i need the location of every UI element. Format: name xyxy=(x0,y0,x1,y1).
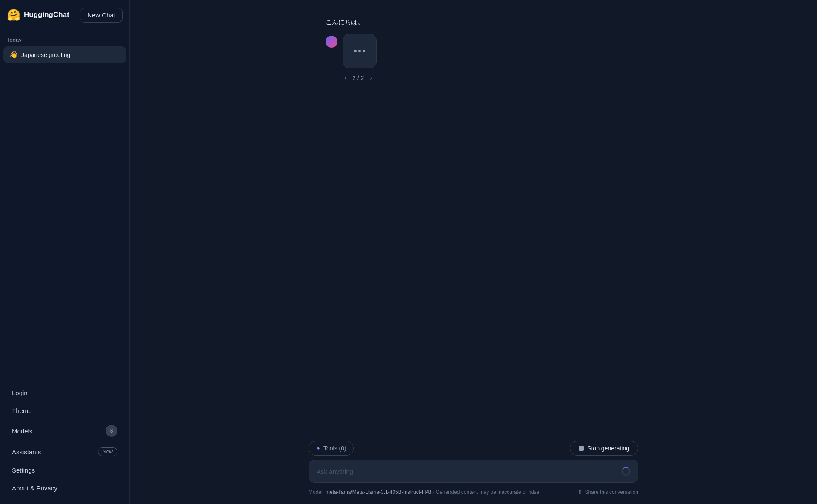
brand-name: HuggingChat xyxy=(24,11,69,19)
message-group: こんにちは。 ‹ 2 / 2 › xyxy=(326,17,621,83)
model-prefix: Model: xyxy=(309,489,324,495)
sidebar-item-settings[interactable]: Settings xyxy=(3,461,126,479)
share-icon: ⬆ xyxy=(577,489,583,495)
tools-button[interactable]: ✦ Tools (0) xyxy=(309,441,354,456)
share-label: Share this conversation xyxy=(585,489,638,495)
chat-item-label: Japanese greeting xyxy=(21,51,70,58)
brand: 🤗 HuggingChat xyxy=(7,9,69,22)
sidebar-item-assistants[interactable]: Assistants New xyxy=(3,442,126,461)
sidebar-item-about-privacy-label: About & Privacy xyxy=(12,484,57,492)
sidebar-item-theme[interactable]: Theme xyxy=(3,402,126,419)
loading-spinner xyxy=(622,467,630,476)
dot-3 xyxy=(363,50,365,52)
sidebar-item-models-label: Models xyxy=(12,427,32,435)
prev-page-arrow[interactable]: ‹ xyxy=(343,73,348,83)
sidebar-item-settings-label: Settings xyxy=(12,467,35,474)
assistants-badge: New xyxy=(98,447,117,456)
assistant-avatar xyxy=(326,36,337,48)
response-content: ‹ 2 / 2 › xyxy=(343,34,377,83)
dot-1 xyxy=(354,50,357,52)
stop-label: Stop generating xyxy=(587,445,629,452)
dot-2 xyxy=(358,50,361,52)
sidebar: 🤗 HuggingChat New Chat Today 👋 Japanese … xyxy=(0,0,130,504)
page-indicator: 2 / 2 xyxy=(352,74,364,81)
next-page-arrow[interactable]: › xyxy=(369,73,374,83)
models-badge: 8 xyxy=(106,425,117,437)
sidebar-item-theme-label: Theme xyxy=(12,407,32,414)
new-chat-button[interactable]: New Chat xyxy=(80,8,123,23)
sidebar-item-login-label: Login xyxy=(12,389,28,396)
main-content: こんにちは。 ‹ 2 / 2 › xyxy=(130,0,817,504)
chat-emoji: 👋 xyxy=(9,51,18,59)
stop-icon xyxy=(579,446,584,451)
dots-icon xyxy=(354,50,365,52)
model-name[interactable]: meta-llama/Meta-Llama-3.1-405B-Instruct-… xyxy=(326,489,431,495)
sidebar-item-assistants-label: Assistants xyxy=(12,448,41,456)
sidebar-item-login[interactable]: Login xyxy=(3,384,126,401)
today-label: Today xyxy=(0,30,129,46)
brand-emoji: 🤗 xyxy=(7,9,20,22)
footer-disclaimer: · Generated content may be inaccurate or… xyxy=(433,489,540,495)
chat-area: こんにちは。 ‹ 2 / 2 › xyxy=(130,0,817,438)
sidebar-item-about-privacy[interactable]: About & Privacy xyxy=(3,479,126,497)
sparkle-icon: ✦ xyxy=(316,445,321,452)
pagination: ‹ 2 / 2 › xyxy=(343,73,377,83)
input-box[interactable] xyxy=(309,460,638,483)
sidebar-divider xyxy=(7,380,123,380)
chat-item-japanese-greeting[interactable]: 👋 Japanese greeting xyxy=(3,46,126,63)
response-card xyxy=(343,34,377,68)
input-area: ✦ Tools (0) Stop generating Model: meta-… xyxy=(130,438,817,504)
input-toolbar: ✦ Tools (0) Stop generating xyxy=(309,441,638,456)
sidebar-item-models[interactable]: Models 8 xyxy=(3,420,126,442)
sidebar-header: 🤗 HuggingChat New Chat xyxy=(0,0,129,30)
share-conversation-button[interactable]: ⬆ Share this conversation xyxy=(577,489,638,495)
footer-info: Model: meta-llama/Meta-Llama-3.1-405B-In… xyxy=(309,487,638,497)
assistant-response: ‹ 2 / 2 › xyxy=(326,34,621,83)
stop-generating-button[interactable]: Stop generating xyxy=(570,441,638,456)
chat-input[interactable] xyxy=(317,468,617,475)
model-info: Model: meta-llama/Meta-Llama-3.1-405B-In… xyxy=(309,489,541,495)
sidebar-bottom: Login Theme Models 8 Assistants New Sett… xyxy=(0,384,129,504)
greeting-text: こんにちは。 xyxy=(326,17,621,27)
tools-label: Tools (0) xyxy=(323,445,346,452)
